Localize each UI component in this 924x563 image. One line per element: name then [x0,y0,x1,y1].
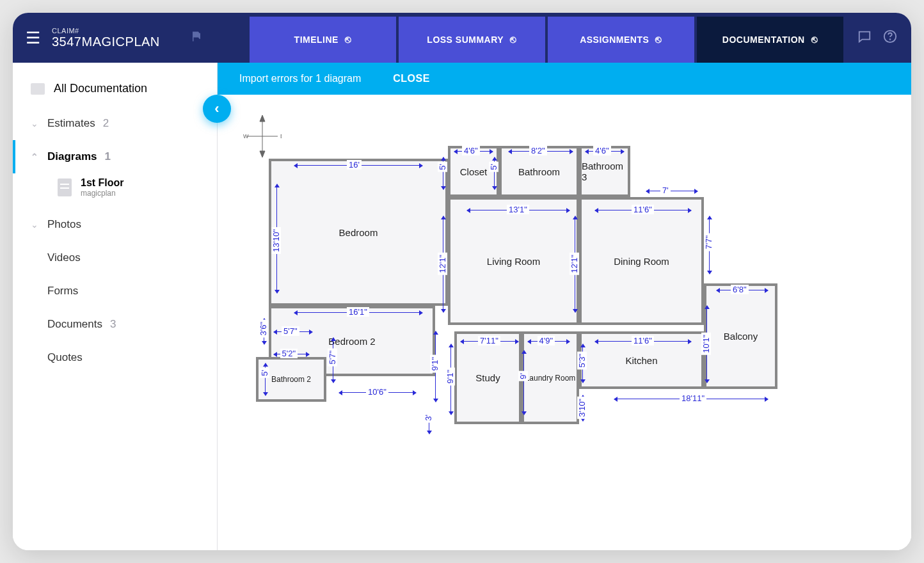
sidebar-item-label: Documents [47,318,102,331]
dimension-label: 9'1" [445,368,455,386]
dimension-label: 4'6" [462,146,480,155]
dimension-label: 10'6" [366,387,388,397]
chevron-down-icon: ⌄ [31,118,40,129]
dimension-label: 16' [347,160,362,170]
dimension-label: 4'6" [593,146,611,155]
chat-icon[interactable] [857,29,872,46]
dimension-label: 13'1" [507,205,529,214]
tab-label: ASSIGNMENTS [580,35,649,45]
dimension-label: 3'6" [259,320,268,338]
svg-point-1 [890,39,891,40]
app-window: ☰ CLAIM# 3547MAGICPLAN TIMELINE ⎋ LOSS S… [13,13,911,550]
sidebar-item-label: Estimates [47,117,95,130]
sidebar-item-quotes[interactable]: Quotes [13,341,217,374]
tab-label: DOCUMENTATION [722,35,805,45]
sidebar-subitem-title: 1st Floor [81,177,124,189]
sidebar-item-label: Diagrams [47,150,97,163]
launch-icon[interactable]: ⎋ [345,34,352,45]
help-icon[interactable] [883,29,897,46]
dimension-label: 5' [438,162,447,172]
alert-message: Import errors for 1 diagram [239,73,361,84]
main-content: Import errors for 1 diagram CLOSE N E W [218,63,911,550]
dimension-label: 10'1" [701,333,711,355]
sidebar-item-label: Forms [47,285,78,297]
sidebar-item-label: Videos [47,251,81,264]
header-right [843,13,911,63]
sidebar-item-photos[interactable]: ⌄ Photos [13,208,217,241]
tab-bar: TIMELINE ⎋ LOSS SUMMARY ⎋ ASSIGNMENTS ⎋ … [250,13,843,63]
tab-label: TIMELINE [294,35,339,45]
svg-text:E: E [280,133,282,139]
dimension-label: 13'10" [271,227,281,254]
dimension-label: 18'11" [680,393,706,403]
sidebar-item-diagrams[interactable]: ⌃ Diagrams 1 [13,140,217,173]
tab-loss-summary[interactable]: LOSS SUMMARY ⎋ [399,17,545,63]
tab-assignments[interactable]: ASSIGNMENTS ⎋ [548,17,694,63]
dimension-label: 12'1" [438,253,447,275]
room: Living Room [448,197,579,325]
collapse-sidebar-button[interactable]: ‹ [203,95,231,123]
alert-bar: Import errors for 1 diagram CLOSE [218,63,911,95]
body: All Documentation ⌄ Estimates 2 ⌃ Diagra… [13,63,911,550]
app-header: ☰ CLAIM# 3547MAGICPLAN TIMELINE ⎋ LOSS S… [13,13,911,63]
sidebar: All Documentation ⌄ Estimates 2 ⌃ Diagra… [13,63,218,550]
sidebar-item-label: Quotes [47,351,83,364]
sidebar-header[interactable]: All Documentation [13,82,217,107]
dimension-label: 11'6" [632,205,654,214]
sidebar-item-documents[interactable]: Documents 3 [13,308,217,341]
alert-close-button[interactable]: CLOSE [393,73,430,84]
dimension-label: 6'8" [731,285,749,294]
dimension-label: 3' [424,413,433,423]
sidebar-item-label: Photos [47,218,81,231]
floorplan: BedroomClosetBathroomBathroom 3Living Ro… [256,146,857,485]
dimension-label: 5'7" [282,326,299,336]
dimension-label: 9' [518,371,528,381]
sidebar-item-count: 2 [103,117,109,130]
sidebar-item-videos[interactable]: Videos [13,241,217,274]
dimension-label: 7'7" [704,234,713,251]
dimension-label: 5' [260,368,269,378]
sidebar-item-estimates[interactable]: ⌄ Estimates 2 [13,107,217,140]
dimension-label: 11'6" [632,336,654,345]
diagram-canvas[interactable]: N E W BedroomClosetBathroomBathroom 3Liv… [218,95,911,550]
dimension-label: 16'1" [347,307,369,317]
sidebar-subitem-1st-floor[interactable]: 1st Floor magicplan [13,173,217,208]
dimension-label: 5'2" [280,349,298,358]
tab-documentation[interactable]: DOCUMENTATION ⎋ [697,17,843,63]
sidebar-subitem-meta: magicplan [81,189,124,198]
sidebar-title: All Documentation [54,82,147,95]
launch-icon[interactable]: ⎋ [510,34,517,45]
dimension-label: 7'11" [478,336,500,345]
dimension-label: 12'1" [570,253,579,275]
tab-label: LOSS SUMMARY [427,35,504,45]
room: Balcony [704,283,777,389]
claim-number: 3547MAGICPLAN [52,35,160,49]
chevron-up-icon: ⌃ [31,152,40,162]
dimension-label: 5' [489,162,498,172]
room: Bedroom [269,159,448,306]
header-left: ☰ CLAIM# 3547MAGICPLAN [13,13,250,63]
claim-label: CLAIM# [52,27,160,35]
dimension-label: 9'1" [430,355,440,373]
svg-marker-4 [260,115,265,122]
launch-icon[interactable]: ⎋ [811,34,818,45]
claim-block: CLAIM# 3547MAGICPLAN [52,27,160,49]
dimension-label: 8'2" [529,146,547,155]
dimension-label: 4'9" [538,336,555,345]
launch-icon[interactable]: ⎋ [655,34,662,45]
menu-icon[interactable]: ☰ [26,29,40,46]
dimension-label: 5'3" [577,352,587,370]
dimension-label: 3'10" [577,397,587,419]
chevron-down-icon: ⌄ [31,219,40,230]
dimension-label: 7' [660,186,671,195]
folder-icon [31,83,45,95]
sidebar-item-count: 3 [110,318,116,331]
dimension-label: 5'7" [328,349,337,367]
flag-icon[interactable] [191,31,202,45]
svg-text:N: N [260,114,265,115]
tab-timeline[interactable]: TIMELINE ⎋ [250,17,396,63]
document-icon [58,178,72,196]
svg-text:W: W [243,133,249,139]
sidebar-item-count: 1 [104,150,110,163]
sidebar-item-forms[interactable]: Forms [13,274,217,308]
